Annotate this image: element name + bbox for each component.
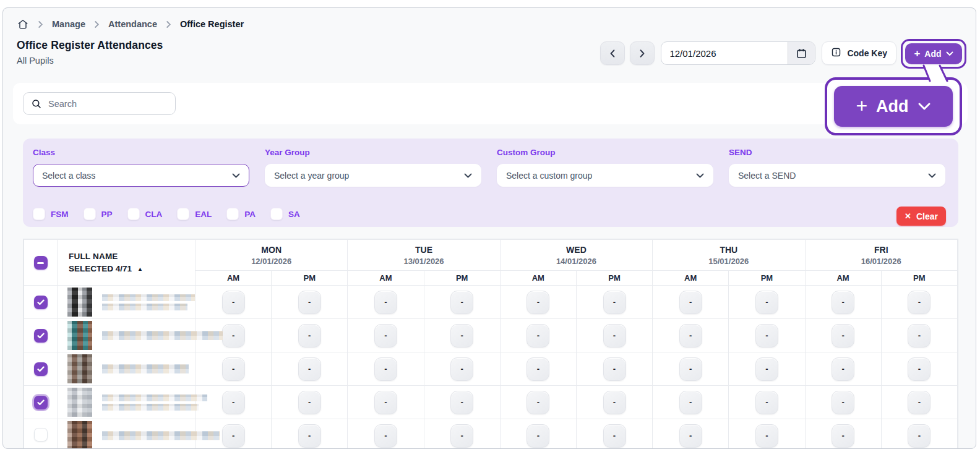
home-icon[interactable] xyxy=(17,18,29,30)
attendance-cell-button[interactable]: - xyxy=(298,357,321,381)
previous-day-button[interactable] xyxy=(600,41,625,65)
session-column-header: PM xyxy=(576,271,652,286)
attendance-cell-button[interactable]: - xyxy=(603,324,626,348)
attendance-cell-button[interactable]: - xyxy=(679,324,702,348)
row-checkbox[interactable] xyxy=(34,428,48,441)
sort-ascending-icon[interactable]: ▲ xyxy=(137,266,143,272)
breadcrumb-item-office-register: Office Register xyxy=(180,19,244,29)
search-input[interactable] xyxy=(48,99,168,109)
name-column-header[interactable]: FULL NAME SELECTED 4/71 ▲ xyxy=(58,240,196,286)
attendance-cell-button[interactable]: - xyxy=(222,357,245,381)
attendance-cell-button[interactable]: - xyxy=(908,424,931,448)
breadcrumb-item-attendance[interactable]: Attendance xyxy=(108,19,157,29)
attendance-cell-button[interactable]: - xyxy=(222,291,245,314)
flag-checkbox-sa[interactable] xyxy=(270,208,283,220)
attendance-cell-button[interactable]: - xyxy=(755,357,778,381)
chevron-right-icon xyxy=(166,20,171,28)
attendance-cell-button[interactable]: - xyxy=(908,324,931,348)
flag-checkbox-cla[interactable] xyxy=(127,208,140,220)
attendance-cell-button[interactable]: - xyxy=(374,291,397,314)
breadcrumb: Manage Attendance Office Register xyxy=(17,18,244,30)
flag-checkbox-eal[interactable] xyxy=(177,208,189,220)
year-group-select[interactable]: Select a year group xyxy=(265,164,481,187)
custom-group-select[interactable]: Select a custom group xyxy=(497,164,713,187)
attendance-cell-button[interactable]: - xyxy=(908,357,931,381)
attendance-cell-button[interactable]: - xyxy=(527,391,549,414)
day-column-header: TUE13/01/2026 xyxy=(348,240,500,271)
attendance-cell-button[interactable]: - xyxy=(527,291,549,314)
attendance-cell-button[interactable]: - xyxy=(679,391,702,414)
attendance-cell-button[interactable]: - xyxy=(755,424,778,448)
attendance-cell-button[interactable]: - xyxy=(298,391,321,414)
flag-checkbox-pp[interactable] xyxy=(84,208,96,220)
plus-icon: + xyxy=(856,96,867,116)
row-checkbox[interactable] xyxy=(34,329,48,343)
attendance-cell-button[interactable]: - xyxy=(298,291,321,314)
session-column-header: PM xyxy=(729,271,805,286)
flag-checkbox-pa[interactable] xyxy=(226,208,239,220)
class-select[interactable]: Select a class xyxy=(33,164,249,187)
attendance-cell-button[interactable]: - xyxy=(603,391,626,414)
breadcrumb-item-manage[interactable]: Manage xyxy=(52,19,85,29)
attendance-cell-button[interactable]: - xyxy=(450,391,473,414)
close-icon: ✕ xyxy=(905,211,911,221)
table-row: ---------- xyxy=(24,419,958,450)
chevron-down-icon xyxy=(464,173,472,178)
attendance-cell-button[interactable]: - xyxy=(832,291,854,314)
attendance-cell-button[interactable]: - xyxy=(450,324,473,348)
attendance-cell-button[interactable]: - xyxy=(832,357,854,381)
attendance-cell-button[interactable]: - xyxy=(603,291,626,314)
attendance-cell-button[interactable]: - xyxy=(527,357,549,381)
selected-count: SELECTED 4/71 xyxy=(69,264,132,273)
attendance-cell-button[interactable]: - xyxy=(908,291,931,314)
clear-filters-button[interactable]: ✕ Clear xyxy=(896,207,946,226)
attendance-cell-button[interactable]: - xyxy=(908,391,931,414)
attendance-cell-button[interactable]: - xyxy=(679,424,702,448)
attendance-cell-button[interactable]: - xyxy=(298,424,321,448)
select-all-checkbox[interactable] xyxy=(34,256,48,270)
pupil-avatar xyxy=(67,354,92,383)
attendance-cell-button[interactable]: - xyxy=(374,324,397,348)
chevron-down-icon xyxy=(946,51,953,56)
date-picker-group xyxy=(661,41,815,65)
send-select[interactable]: Select a SEND xyxy=(729,164,945,187)
attendance-cell-button[interactable]: - xyxy=(755,291,778,314)
next-day-button[interactable] xyxy=(630,41,655,65)
attendance-cell-button[interactable]: - xyxy=(832,424,854,448)
attendance-cell-button[interactable]: - xyxy=(679,357,702,381)
attendance-cell-button[interactable]: - xyxy=(832,324,854,348)
attendance-cell-button[interactable]: - xyxy=(603,357,626,381)
pupil-name-redacted xyxy=(102,364,189,373)
chevron-right-icon xyxy=(94,20,100,28)
date-input[interactable] xyxy=(661,42,788,64)
attendance-cell-button[interactable]: - xyxy=(374,357,397,381)
calendar-icon[interactable] xyxy=(788,42,815,64)
add-button[interactable]: + Add xyxy=(905,43,962,64)
attendance-cell-button[interactable]: - xyxy=(450,291,473,314)
attendance-cell-button[interactable]: - xyxy=(755,391,778,414)
code-key-button[interactable]: Code Key xyxy=(822,41,896,65)
attendance-cell-button[interactable]: - xyxy=(527,424,549,448)
attendance-cell-button[interactable]: - xyxy=(527,324,549,348)
attendance-cell-button[interactable]: - xyxy=(755,324,778,348)
pupil-name-redacted xyxy=(102,331,223,340)
session-column-header: AM xyxy=(500,271,576,286)
day-column-header: THU15/01/2026 xyxy=(653,240,805,271)
row-checkbox[interactable] xyxy=(34,396,48,409)
attendance-cell-button[interactable]: - xyxy=(450,357,473,381)
attendance-cell-button[interactable]: - xyxy=(222,391,245,414)
flag-checkbox-fsm[interactable] xyxy=(33,208,45,220)
pupil-avatar xyxy=(67,321,92,350)
attendance-cell-button[interactable]: - xyxy=(679,291,702,314)
attendance-cell-button[interactable]: - xyxy=(603,424,626,448)
attendance-cell-button[interactable]: - xyxy=(374,424,397,448)
row-checkbox[interactable] xyxy=(34,296,48,309)
attendance-cell-button[interactable]: - xyxy=(374,391,397,414)
attendance-cell-button[interactable]: - xyxy=(222,324,245,348)
row-checkbox[interactable] xyxy=(34,362,48,376)
attendance-cell-button[interactable]: - xyxy=(832,391,854,414)
attendance-table: FULL NAME SELECTED 4/71 ▲ MON12/01/2026T… xyxy=(23,239,958,449)
attendance-cell-button[interactable]: - xyxy=(222,424,245,448)
attendance-cell-button[interactable]: - xyxy=(298,324,321,348)
attendance-cell-button[interactable]: - xyxy=(450,424,473,448)
